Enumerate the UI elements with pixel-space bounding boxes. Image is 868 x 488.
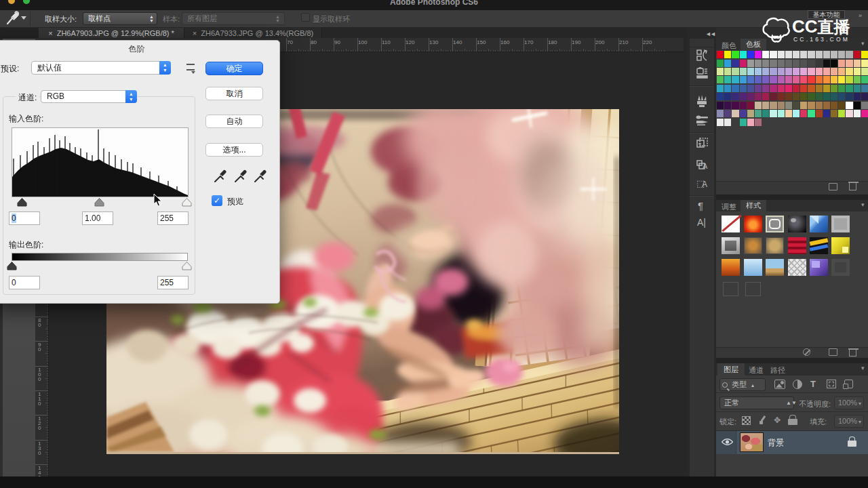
svg-text:A: A (703, 162, 708, 170)
svg-text:A: A (702, 180, 707, 189)
svg-text:¶: ¶ (698, 142, 701, 148)
